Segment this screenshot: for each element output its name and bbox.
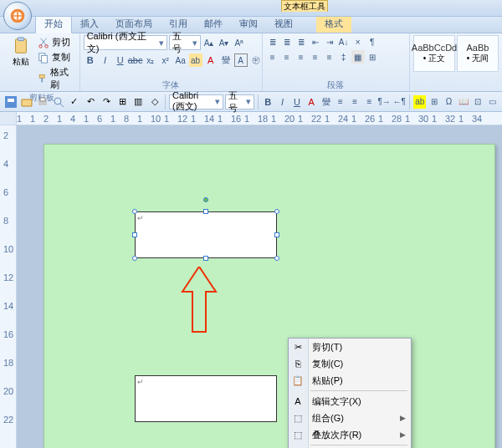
qat-align-r[interactable]: ≡ xyxy=(363,95,376,109)
ctx-copy[interactable]: ⎘复制(C) xyxy=(289,355,411,372)
annotation-arrow-1 xyxy=(178,267,220,333)
ctx-group[interactable]: ⬚组合(G)▶ xyxy=(289,410,411,426)
bold-button[interactable]: B xyxy=(84,53,97,67)
paste-button[interactable]: 粘贴 xyxy=(8,35,33,69)
shading-button[interactable]: ▦ xyxy=(351,50,365,64)
justify-button[interactable]: ≡ xyxy=(309,50,322,64)
align-left-button[interactable]: ≡ xyxy=(266,50,279,64)
copy-button[interactable]: 复制 xyxy=(35,50,76,64)
asian-layout-button[interactable]: × xyxy=(351,35,365,48)
qat-color-button[interactable]: A xyxy=(305,95,318,109)
italic-button[interactable]: I xyxy=(99,53,112,67)
multilevel-button[interactable]: ≣ xyxy=(295,35,308,48)
tab-view[interactable]: 视图 xyxy=(266,15,301,33)
qat-align-l[interactable]: ≡ xyxy=(334,95,346,109)
style-no-spacing[interactable]: AaBb • 无间 xyxy=(457,35,499,72)
qat-shapes-icon[interactable]: ◇ xyxy=(147,94,161,109)
qat-doc[interactable]: ▭ xyxy=(486,95,499,109)
textbox-selected[interactable]: ↵ xyxy=(135,211,277,258)
align-center-button[interactable]: ≡ xyxy=(280,50,294,64)
handle-s[interactable] xyxy=(203,256,208,261)
handle-n[interactable] xyxy=(203,209,208,214)
qat-redo-icon[interactable]: ↷ xyxy=(100,94,114,109)
qat-bold-button[interactable]: B xyxy=(262,95,274,109)
qat-table-icon[interactable]: ⊞ xyxy=(115,94,130,109)
qat-special[interactable]: ⊡ xyxy=(471,95,484,109)
qat-spell-icon[interactable]: ✓ xyxy=(67,94,81,109)
qat-symbols[interactable]: Ω xyxy=(443,95,455,109)
decrease-indent-button[interactable]: ⇤ xyxy=(309,35,322,48)
grow-font-icon[interactable]: A▴ xyxy=(202,36,216,49)
qat-phonetic-button[interactable]: 變 xyxy=(320,95,332,109)
font-name-combo[interactable]: Calibri (西文正文)▾ xyxy=(84,35,167,50)
sort-button[interactable]: A↓ xyxy=(337,35,351,48)
office-button[interactable] xyxy=(3,2,32,30)
qat-read[interactable]: 📖 xyxy=(457,95,469,109)
qat-align-c[interactable]: ≡ xyxy=(349,95,361,109)
cut-button[interactable]: 剪切 xyxy=(35,35,76,49)
handle-e[interactable] xyxy=(274,232,279,237)
clear-format-icon[interactable]: Aª xyxy=(233,36,246,49)
shrink-font-icon[interactable]: A▾ xyxy=(218,36,231,49)
qat-columns-icon[interactable]: ▥ xyxy=(131,94,146,109)
tab-format[interactable]: 格式 xyxy=(316,15,351,33)
bullets-button[interactable]: ≣ xyxy=(266,35,279,48)
qat-print-icon[interactable] xyxy=(35,94,49,109)
svg-rect-12 xyxy=(40,98,45,101)
char-border-button[interactable]: A xyxy=(234,53,248,67)
svg-rect-7 xyxy=(41,55,47,63)
format-painter-button[interactable]: 格式刷 xyxy=(35,65,76,92)
ctx-edit-text[interactable]: A编辑文字(X) xyxy=(289,393,411,410)
ribbon-group-styles: AaBbCcDd • 正文 AaBb • 无间 xyxy=(410,33,502,91)
increase-indent-button[interactable]: ⇥ xyxy=(323,35,336,48)
group-icon: ⬚ xyxy=(289,410,307,425)
rotate-handle[interactable] xyxy=(203,197,208,202)
qat-preview-icon[interactable] xyxy=(51,94,65,109)
handle-sw[interactable] xyxy=(132,256,137,261)
underline-button[interactable]: U xyxy=(114,53,127,67)
style-normal[interactable]: AaBbCcDd • 正文 xyxy=(413,35,455,72)
handle-se[interactable] xyxy=(274,256,279,261)
vertical-ruler[interactable]: 246810121416182022 xyxy=(0,125,17,448)
qat-save-icon[interactable] xyxy=(3,94,18,109)
qat-underline-button[interactable]: U xyxy=(290,95,303,109)
qat-rtl[interactable]: ←¶ xyxy=(392,95,406,109)
align-right-button[interactable]: ≡ xyxy=(295,50,308,64)
handle-w[interactable] xyxy=(132,232,137,237)
strike-button[interactable]: abc xyxy=(129,53,142,67)
qat-open-icon[interactable] xyxy=(19,94,33,109)
font-color-button[interactable]: A xyxy=(204,53,218,67)
qat-undo-icon[interactable]: ↶ xyxy=(84,94,98,109)
paragraph-mark-icon: ↵ xyxy=(137,214,144,222)
qat-borders[interactable]: ⊞ xyxy=(428,95,440,109)
change-case-button[interactable]: Aa xyxy=(174,53,187,67)
document-scroll[interactable]: ↵ ↵ xyxy=(17,125,502,448)
distribute-button[interactable]: ≡ xyxy=(323,50,336,64)
qat-italic-button[interactable]: I xyxy=(276,95,289,109)
ctx-cut[interactable]: ✂剪切(T) xyxy=(289,339,411,355)
qat-highlight[interactable]: ab xyxy=(413,95,426,109)
handle-ne[interactable] xyxy=(274,209,279,214)
tab-mailings[interactable]: 邮件 xyxy=(196,15,231,33)
superscript-button[interactable]: x² xyxy=(159,53,172,67)
handle-nw[interactable] xyxy=(132,209,137,214)
tab-home[interactable]: 开始 xyxy=(35,14,72,33)
font-size-combo[interactable]: 五号▾ xyxy=(169,35,201,50)
qat-size-combo[interactable]: 五号▾ xyxy=(225,94,254,109)
show-marks-button[interactable]: ¶ xyxy=(366,35,379,48)
phonetic-button[interactable]: 變 xyxy=(219,53,233,67)
numbering-button[interactable]: ≣ xyxy=(280,35,294,48)
qat-ltr[interactable]: ¶→ xyxy=(377,95,391,109)
highlight-button[interactable]: ab xyxy=(189,53,202,67)
tab-review[interactable]: 审阅 xyxy=(231,15,266,33)
textbox-2[interactable]: ↵ xyxy=(135,375,277,422)
subscript-button[interactable]: x₂ xyxy=(144,53,157,67)
ctx-order[interactable]: ⬚叠放次序(R)▶ xyxy=(289,426,411,443)
line-spacing-button[interactable]: ‡ xyxy=(337,50,351,64)
page[interactable]: ↵ ↵ xyxy=(44,144,495,448)
horizontal-ruler[interactable]: 1121416181101121141161181201221241261281… xyxy=(0,112,502,125)
borders-button[interactable]: ⊞ xyxy=(366,50,379,64)
enclose-button[interactable]: ㊥ xyxy=(249,53,263,67)
ctx-paste[interactable]: 📋粘贴(P) xyxy=(289,372,411,389)
qat-font-combo[interactable]: Calibri (西文)▾ xyxy=(169,94,223,109)
